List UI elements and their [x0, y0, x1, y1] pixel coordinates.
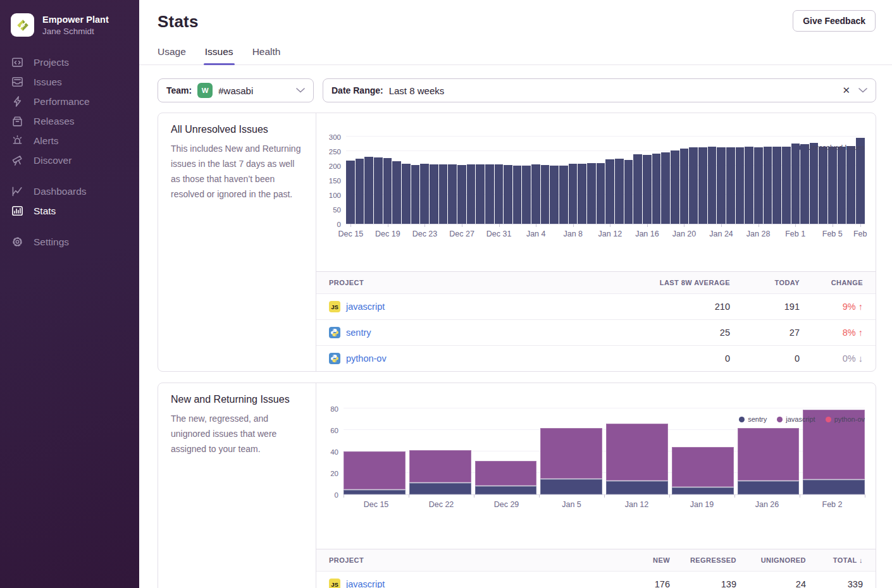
stacked-bar-jan-26[interactable] [738, 428, 800, 494]
releases-icon [11, 115, 23, 127]
unresolved-issues-bar[interactable] [671, 150, 679, 224]
unresolved-issues-bar[interactable] [698, 147, 707, 224]
unresolved-issues-bar[interactable] [819, 147, 827, 224]
unresolved-issues-bar[interactable] [346, 161, 355, 224]
unresolved-issues-bar[interactable] [791, 144, 800, 224]
sidebar-item-alerts[interactable]: Alerts [0, 131, 139, 150]
legend-item-python-ov[interactable]: python-ov [826, 415, 865, 423]
stacked-bar-dec-29[interactable] [475, 461, 537, 494]
legend-item-javascript[interactable]: javascript [777, 415, 815, 423]
unresolved-issues-bar[interactable] [485, 164, 494, 224]
unresolved-issues-bar[interactable] [550, 166, 559, 224]
unresolved-issues-bar[interactable] [736, 147, 745, 224]
y-axis-label: 150 [313, 177, 341, 185]
unresolved-issues-bar[interactable] [726, 147, 735, 224]
axis-tick [610, 224, 610, 227]
sidebar-item-issues[interactable]: Issues [0, 72, 139, 92]
date-range-selector[interactable]: Date Range: Last 8 weeks ✕ [323, 78, 876, 102]
axis-tick [474, 494, 474, 498]
org-user-name: Jane Schmidt [42, 27, 109, 36]
legend-item-unresolved-issues[interactable]: Unresolved Issues [799, 144, 865, 151]
clear-date-icon[interactable]: ✕ [842, 85, 850, 96]
unresolved-issues-bar[interactable] [411, 165, 420, 224]
unresolved-issues-bar[interactable] [476, 164, 485, 224]
stacked-bar-dec-15[interactable] [344, 451, 406, 494]
unresolved-issues-bar[interactable] [717, 147, 726, 224]
unresolved-issues-bar[interactable] [615, 159, 624, 224]
give-feedback-button[interactable]: Give Feedback [793, 10, 876, 32]
project-link-sentry[interactable]: sentry [346, 328, 371, 338]
sidebar-item-label: Discover [34, 155, 71, 166]
sidebar-item-projects[interactable]: Projects [0, 52, 139, 72]
unresolved-issues-bar[interactable] [430, 164, 438, 224]
unresolved-issues-bar[interactable] [708, 147, 717, 224]
x-axis-label: Feb 2 [822, 500, 843, 509]
unresolved-issues-bar[interactable] [541, 165, 550, 224]
unresolved-issues-bar[interactable] [356, 159, 364, 224]
unresolved-issues-bar[interactable] [633, 154, 642, 224]
unresolved-issues-bar[interactable] [467, 164, 476, 224]
unresolved-issues-bar[interactable] [587, 163, 596, 224]
project-link-javascript[interactable]: javascript [346, 302, 385, 312]
unresolved-issues-bar[interactable] [754, 147, 763, 224]
unresolved-issues-bar[interactable] [531, 164, 540, 224]
sidebar-item-dashboards[interactable]: Dashboards [0, 181, 139, 201]
sidebar-item-settings[interactable]: Settings [0, 232, 139, 252]
unresolved-issues-bar[interactable] [364, 157, 373, 224]
unresolved-issues-bar[interactable] [439, 164, 448, 224]
tab-health[interactable]: Health [252, 46, 281, 64]
projects-icon [11, 56, 23, 68]
unresolved-issues-bar[interactable] [643, 155, 652, 224]
unresolved-issues-bar[interactable] [800, 144, 809, 224]
sidebar-item-stats[interactable]: Stats [0, 201, 139, 221]
unresolved-issues-bar[interactable] [810, 143, 819, 224]
axis-tick [833, 224, 833, 227]
unresolved-issues-bar[interactable] [495, 164, 504, 224]
unresolved-issues-bar[interactable] [782, 147, 791, 224]
unresolved-issues-bar[interactable] [745, 147, 753, 224]
unresolved-issues-bar[interactable] [559, 166, 568, 224]
legend-item-sentry[interactable]: sentry [739, 415, 767, 423]
stacked-bar-dec-22[interactable] [409, 450, 471, 494]
unresolved-issues-bar[interactable] [680, 149, 689, 224]
tab-usage[interactable]: Usage [158, 46, 186, 64]
unresolved-issues-bar[interactable] [448, 164, 457, 224]
unresolved-issues-bar[interactable] [420, 164, 429, 224]
unresolved-issues-bar[interactable] [838, 147, 846, 224]
unresolved-issues-bar[interactable] [513, 166, 522, 224]
unresolved-issues-bar[interactable] [569, 164, 578, 224]
unresolved-issues-bar[interactable] [652, 154, 661, 224]
unresolved-issues-bar[interactable] [624, 160, 633, 224]
stacked-bar-jan-5[interactable] [540, 428, 602, 494]
org-switcher[interactable]: Empower Plant Jane Schmidt [0, 13, 139, 37]
unresolved-issues-bar[interactable] [383, 158, 392, 224]
project-link-python-ov[interactable]: python-ov [346, 353, 387, 364]
stacked-bar-jan-19[interactable] [672, 447, 734, 494]
unresolved-issues-bar[interactable] [402, 164, 411, 224]
column-header-project: PROJECT [329, 279, 591, 286]
unresolved-issues-bar[interactable] [661, 152, 670, 224]
unresolved-issues-bar[interactable] [504, 165, 512, 224]
unresolved-issues-bar[interactable] [605, 159, 614, 224]
team-filter-value: #wasabi [218, 85, 253, 96]
unresolved-issues-bar[interactable] [457, 165, 466, 224]
unresolved-issues-bar[interactable] [374, 157, 383, 224]
unresolved-issues-bar[interactable] [764, 147, 772, 224]
unresolved-issues-bar[interactable] [828, 147, 837, 224]
sidebar-item-discover[interactable]: Discover [0, 150, 139, 170]
stacked-bar-jan-12[interactable] [606, 424, 668, 494]
unresolved-issues-bar[interactable] [689, 147, 698, 224]
unresolved-issues-bar[interactable] [522, 166, 531, 224]
column-header-total[interactable]: TOTAL ↓ [806, 556, 863, 564]
unresolved-issues-bar[interactable] [846, 146, 855, 224]
unresolved-issues-bar[interactable] [392, 161, 401, 224]
unresolved-issues-bar[interactable] [772, 147, 781, 224]
unresolved-issues-bar[interactable] [578, 164, 586, 224]
tab-issues[interactable]: Issues [205, 46, 233, 64]
unresolved-issues-bar[interactable] [597, 163, 605, 224]
sidebar-item-releases[interactable]: Releases [0, 111, 139, 131]
sidebar-item-performance[interactable]: Performance [0, 92, 139, 111]
team-selector[interactable]: Team: W #wasabi [158, 78, 314, 102]
unresolved-issues-chart: Unresolved Issues 050100150200250300 Dec… [316, 137, 876, 271]
project-link-javascript[interactable]: javascript [346, 579, 385, 588]
